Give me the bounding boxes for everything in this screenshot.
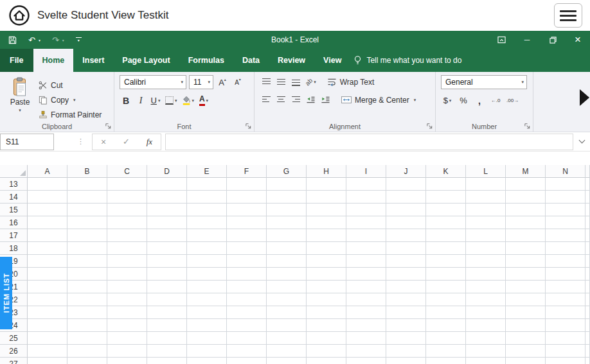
grid-cell[interactable] — [107, 332, 147, 345]
grid-cell[interactable] — [147, 319, 187, 332]
grid-cell[interactable] — [147, 229, 187, 242]
font-name-select[interactable]: Calibri ▾ — [120, 75, 186, 89]
grid-cell[interactable] — [28, 204, 67, 216]
align-right-button[interactable] — [289, 93, 302, 107]
grid-cell[interactable] — [267, 216, 307, 229]
cancel-icon[interactable]: × — [101, 137, 106, 147]
grid-cell[interactable] — [67, 319, 107, 332]
grid-cell[interactable] — [506, 281, 546, 293]
grid-cell[interactable] — [187, 255, 227, 268]
grid-cell[interactable] — [187, 191, 227, 204]
grid-cell[interactable] — [426, 319, 466, 332]
grid-cell[interactable] — [386, 345, 426, 358]
column-header[interactable]: H — [307, 165, 346, 178]
orientation-button[interactable]: ab ▾ — [304, 75, 317, 89]
grid-cell[interactable] — [147, 178, 187, 191]
grid-cell[interactable] — [506, 216, 546, 229]
grid-cell[interactable] — [267, 178, 307, 191]
grid-cell[interactable] — [546, 204, 586, 216]
grid-cell[interactable] — [426, 191, 466, 204]
grid-cell[interactable] — [466, 204, 506, 216]
grid-cell[interactable] — [546, 216, 586, 229]
grid-cell[interactable] — [386, 255, 426, 268]
grid-cell[interactable] — [466, 255, 506, 268]
grid-cell[interactable] — [107, 293, 147, 306]
grid-cell[interactable] — [506, 204, 546, 216]
grid-cell[interactable] — [227, 191, 267, 204]
grid-cell[interactable] — [307, 319, 346, 332]
grid-cell[interactable] — [227, 216, 267, 229]
close-button[interactable]: × — [566, 31, 590, 49]
minimize-button[interactable]: ─ — [514, 31, 540, 49]
grid-cell[interactable] — [386, 216, 426, 229]
column-header[interactable]: B — [67, 165, 107, 178]
grid-cell[interactable] — [147, 242, 187, 255]
grid-cell[interactable] — [307, 178, 346, 191]
grid-cell[interactable] — [187, 345, 227, 358]
column-header[interactable]: E — [187, 165, 227, 178]
grid-cell[interactable] — [227, 332, 267, 345]
grid-cell[interactable] — [506, 229, 546, 242]
undo-button[interactable]: ↶ ▾ — [22, 31, 46, 49]
grid-cell[interactable] — [426, 358, 466, 364]
grid-cell[interactable] — [267, 229, 307, 242]
grid-cell[interactable] — [307, 255, 346, 268]
grid-cell[interactable] — [67, 191, 107, 204]
customize-quick-access-button[interactable]: ▾ — [70, 31, 87, 49]
clipboard-dialog-launcher[interactable] — [105, 123, 112, 130]
grid-cell[interactable] — [346, 255, 386, 268]
grid-cell[interactable] — [67, 358, 107, 364]
grid-cell[interactable] — [386, 293, 426, 306]
grid-cell[interactable] — [546, 358, 586, 364]
tab-review[interactable]: Review — [269, 49, 314, 72]
insert-function-icon[interactable]: fx — [147, 137, 152, 147]
grid-cell[interactable] — [28, 242, 67, 255]
grid-cell[interactable] — [107, 242, 147, 255]
grid-cell[interactable] — [386, 281, 426, 293]
increase-font-size-button[interactable]: A ▴ — [216, 76, 229, 89]
grid-cell[interactable] — [227, 204, 267, 216]
grid-cell[interactable] — [386, 229, 426, 242]
grid-cell[interactable] — [28, 293, 67, 306]
wrap-text-button[interactable]: Wrap Text — [327, 78, 375, 87]
grid-cell[interactable] — [466, 229, 506, 242]
grid-cell[interactable] — [546, 332, 586, 345]
grid-cell[interactable] — [506, 358, 546, 364]
grid-cell[interactable] — [147, 204, 187, 216]
grid-cell[interactable] — [546, 293, 586, 306]
grid-cell[interactable] — [187, 178, 227, 191]
grid-cell[interactable] — [187, 204, 227, 216]
item-list-tab[interactable]: ITEM LIST — [0, 257, 12, 329]
grid-cell[interactable] — [28, 319, 67, 332]
name-box[interactable]: S11 — [0, 134, 54, 150]
grid-cell[interactable] — [386, 191, 426, 204]
column-header[interactable]: K — [426, 165, 466, 178]
row-header[interactable]: 14 — [0, 191, 28, 204]
row-header[interactable]: 25 — [0, 332, 28, 345]
decrease-decimal-button[interactable]: .00→ — [505, 94, 520, 107]
grid-cell[interactable] — [107, 319, 147, 332]
column-header[interactable]: G — [267, 165, 307, 178]
grid-cell[interactable] — [546, 191, 586, 204]
column-header[interactable]: F — [227, 165, 267, 178]
merge-center-button[interactable]: Merge & Center ▾ — [341, 96, 416, 105]
grid-cell[interactable] — [147, 281, 187, 293]
grid-cell[interactable] — [386, 332, 426, 345]
grid-cell[interactable] — [426, 306, 466, 319]
paste-button[interactable]: Paste ▾ — [5, 75, 35, 121]
grid-cell[interactable] — [107, 306, 147, 319]
grid-cell[interactable] — [386, 242, 426, 255]
grid-cell[interactable] — [307, 268, 346, 281]
align-left-button[interactable] — [260, 93, 273, 107]
grid-cell[interactable] — [346, 204, 386, 216]
grid-cell[interactable] — [506, 345, 546, 358]
grid-cell[interactable] — [426, 332, 466, 345]
grid-cell[interactable] — [307, 242, 346, 255]
grid-cell[interactable] — [267, 281, 307, 293]
grid-cell[interactable] — [107, 345, 147, 358]
fill-color-button[interactable]: ▾ — [181, 94, 196, 107]
grid-cell[interactable] — [107, 178, 147, 191]
grid-cell[interactable] — [187, 216, 227, 229]
grid-cell[interactable] — [466, 191, 506, 204]
grid-cell[interactable] — [267, 345, 307, 358]
